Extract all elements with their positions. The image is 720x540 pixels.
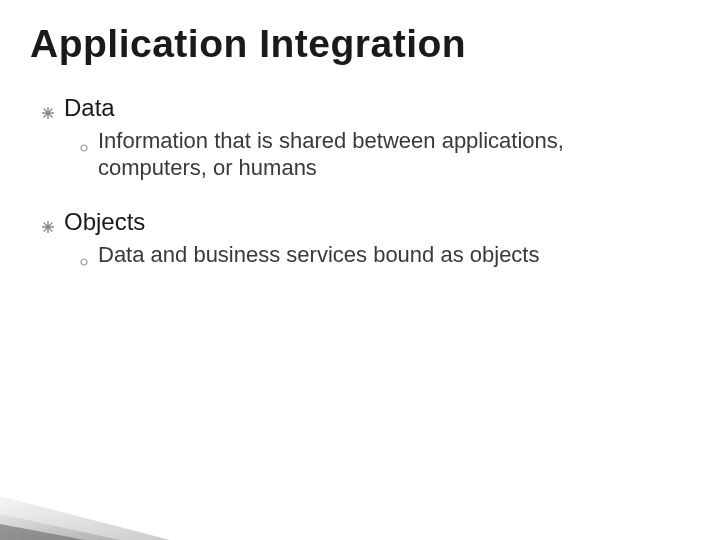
list-item: Data Information that is shared between …	[42, 94, 690, 182]
bullet-icon	[42, 221, 54, 235]
content-body: Data Information that is shared between …	[30, 94, 690, 268]
circle-bullet-icon	[80, 142, 88, 154]
svg-marker-4	[0, 524, 85, 540]
svg-marker-3	[0, 496, 170, 540]
bullet-row: Data	[42, 94, 690, 123]
circle-bullet-icon	[80, 256, 88, 268]
svg-point-1	[81, 259, 87, 265]
list-item: Objects Data and business services bound…	[42, 208, 690, 268]
slide: Application Integration Data Information…	[0, 0, 720, 540]
bullet-heading: Objects	[64, 208, 145, 237]
bullet-heading: Data	[64, 94, 115, 123]
sub-bullet-row: Information that is shared between appli…	[42, 127, 690, 182]
sub-bullet-row: Data and business services bound as obje…	[42, 241, 690, 269]
page-title: Application Integration	[30, 22, 690, 66]
bullet-row: Objects	[42, 208, 690, 237]
bullet-icon	[42, 107, 54, 121]
sub-bullet-text: Information that is shared between appli…	[98, 127, 658, 182]
decorative-corner-accent	[0, 484, 170, 540]
sub-bullet-text: Data and business services bound as obje…	[98, 241, 539, 269]
svg-marker-2	[0, 514, 120, 540]
svg-point-0	[81, 145, 87, 151]
